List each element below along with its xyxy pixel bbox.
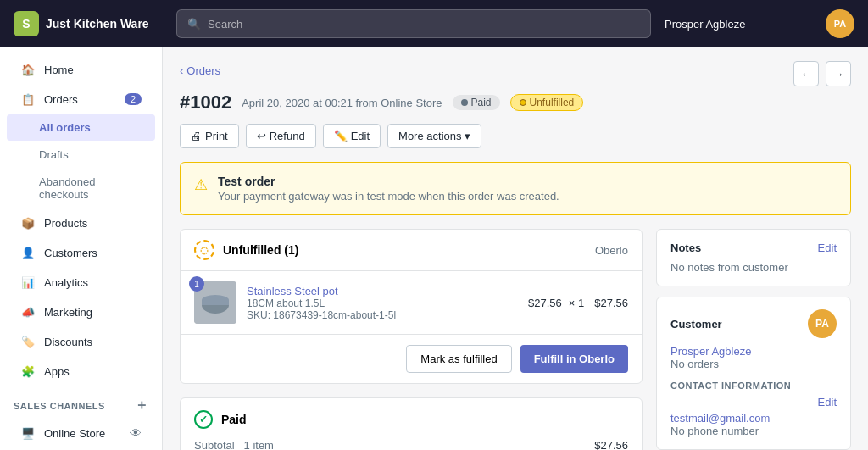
add-channel-icon[interactable]: ＋: [135, 397, 149, 414]
payment-card: ✓ Paid Subtotal 1 item $27.56: [180, 397, 643, 450]
nav-arrows: ← →: [793, 61, 851, 86]
paid-check-icon: ✓: [194, 410, 213, 429]
contact-edit-button[interactable]: Edit: [818, 396, 837, 408]
paid-dot: [461, 99, 468, 106]
svg-rect-3: [202, 300, 229, 305]
chevron-left-icon: ‹: [180, 64, 183, 77]
contact-section-title: CONTACT INFORMATION: [670, 381, 837, 391]
fulfill-oberlo-button[interactable]: Fulfill in Oberlo: [520, 345, 628, 373]
customers-icon: 👤: [20, 245, 36, 260]
sidebar-item-online-store[interactable]: 🖥️ Online Store 👁: [7, 419, 155, 447]
sidebar-item-apps[interactable]: 🧩 Apps: [7, 357, 155, 386]
prev-order-button[interactable]: ←: [793, 61, 819, 86]
item-total: $27.56: [594, 297, 628, 309]
sidebar-item-home[interactable]: 🏠 Home: [7, 55, 155, 84]
item-multiplier: × 1: [569, 297, 584, 309]
notes-title: Notes: [670, 242, 701, 254]
marketing-icon: 📣: [20, 304, 36, 319]
sidebar-item-abandoned[interactable]: Abandoned checkouts: [7, 169, 155, 208]
logo-area: S Just Kitchen Ware: [0, 11, 163, 36]
item-price: $27.56: [528, 297, 562, 309]
breadcrumb[interactable]: ‹ Orders: [180, 64, 220, 77]
sidebar-label-drafts: Drafts: [39, 148, 69, 161]
test-banner-text: Your payment gateway was in test mode wh…: [218, 190, 559, 203]
sidebar-label-products: Products: [44, 217, 87, 230]
channels-section: SALES CHANNELS ＋: [0, 386, 162, 418]
customer-card: Customer PA Prosper Agbleze No orders CO…: [656, 297, 851, 450]
item-qty-badge: 1: [189, 276, 204, 292]
eye-icon[interactable]: 👁: [130, 426, 142, 440]
discounts-icon: 🏷️: [20, 334, 36, 349]
fulfillment-icon: ◌: [194, 240, 214, 260]
sidebar-item-products[interactable]: 📦 Products: [7, 208, 155, 237]
home-icon: 🏠: [20, 62, 36, 77]
sidebar-item-discounts[interactable]: 🏷️ Discounts: [7, 327, 155, 356]
sidebar-item-analytics[interactable]: 📊 Analytics: [7, 268, 155, 297]
avatar[interactable]: PA: [826, 9, 854, 38]
sidebar-label-marketing: Marketing: [44, 306, 92, 319]
sidebar-item-drafts[interactable]: Drafts: [7, 142, 155, 168]
customer-name[interactable]: Prosper Agbleze: [670, 345, 837, 358]
sidebar-label-analytics: Analytics: [44, 276, 88, 289]
unfulfilled-dot: [520, 99, 526, 106]
analytics-icon: 📊: [20, 275, 36, 290]
products-icon: 📦: [20, 215, 36, 231]
sidebar-item-customers[interactable]: 👤 Customers: [7, 238, 155, 267]
sidebar-label-abandoned: Abandoned checkouts: [39, 175, 142, 201]
refund-button[interactable]: ↩ Refund: [246, 124, 316, 148]
refund-icon: ↩: [257, 130, 266, 142]
apps-icon: 🧩: [20, 364, 36, 379]
order-item-row: 1 Stainless Steel pot 18CM about 1.5L SK…: [181, 271, 642, 334]
item-sku: SKU: 18673439-18cm-about-1-5l: [247, 309, 518, 321]
sidebar-label-all-orders: All orders: [39, 121, 91, 134]
warning-icon: ⚠: [194, 175, 208, 194]
contact-email[interactable]: testmail@gmail.com: [670, 412, 837, 425]
online-store-icon: 🖥️: [20, 425, 36, 441]
notes-edit-button[interactable]: Edit: [818, 242, 837, 254]
sidebar-label-home: Home: [44, 64, 74, 76]
unfulfilled-card: ◌ Unfulfilled (1) Oberlo: [180, 229, 643, 384]
payment-title: Paid: [221, 413, 247, 426]
customer-orders: No orders: [670, 358, 837, 370]
customer-avatar: PA: [808, 309, 837, 338]
fulfillment-title: ◌ Unfulfilled (1): [194, 240, 298, 260]
user-name: Prosper Agbleze: [665, 18, 745, 31]
print-icon: 🖨: [191, 130, 202, 142]
notes-card: Notes Edit No notes from customer: [656, 229, 851, 286]
sidebar-item-orders[interactable]: 📋 Orders 2: [7, 85, 155, 114]
sidebar-item-marketing[interactable]: 📣 Marketing: [7, 297, 155, 326]
orders-icon: 📋: [20, 92, 36, 107]
action-bar: 🖨 Print ↩ Refund ✏️ Edit More actions ▾: [180, 124, 851, 148]
chevron-down-icon: ▾: [465, 130, 470, 142]
contact-phone: No phone number: [670, 425, 837, 437]
next-order-button[interactable]: →: [826, 61, 851, 86]
oberlo-label: Oberlo: [595, 244, 628, 257]
order-date: April 20, 2020 at 00:21 from Online Stor…: [242, 97, 442, 109]
subtotal-label: Subtotal 1 item: [194, 439, 274, 450]
subtotal-amount: $27.56: [594, 439, 628, 450]
sidebar-label-orders: Orders: [44, 93, 78, 106]
mark-fulfilled-button[interactable]: Mark as fulfilled: [406, 345, 511, 373]
shopify-logo-icon: S: [14, 11, 39, 36]
item-pricing: $27.56 × 1: [528, 297, 584, 309]
search-icon: 🔍: [187, 18, 201, 31]
item-name[interactable]: Stainless Steel pot: [247, 285, 518, 297]
paid-badge: Paid: [453, 95, 500, 110]
search-input[interactable]: [208, 18, 640, 31]
notes-empty: No notes from customer: [670, 261, 788, 274]
sidebar-item-all-orders[interactable]: All orders: [7, 114, 155, 141]
unfulfilled-badge: Unfulfilled: [510, 94, 584, 111]
search-bar[interactable]: 🔍: [176, 9, 651, 38]
store-name: Just Kitchen Ware: [46, 17, 149, 31]
sidebar-label-online-store: Online Store: [44, 427, 105, 440]
edit-button[interactable]: ✏️ Edit: [323, 124, 381, 148]
more-actions-button[interactable]: More actions ▾: [387, 124, 481, 148]
customer-title: Customer: [670, 318, 722, 331]
orders-badge: 2: [125, 93, 142, 105]
order-number: #1002: [180, 92, 231, 114]
edit-icon: ✏️: [334, 130, 348, 142]
test-order-banner: ⚠ Test order Your payment gateway was in…: [180, 162, 851, 215]
sidebar-label-customers: Customers: [44, 247, 97, 259]
print-button[interactable]: 🖨 Print: [180, 124, 239, 148]
item-variant: 18CM about 1.5L: [247, 297, 518, 309]
